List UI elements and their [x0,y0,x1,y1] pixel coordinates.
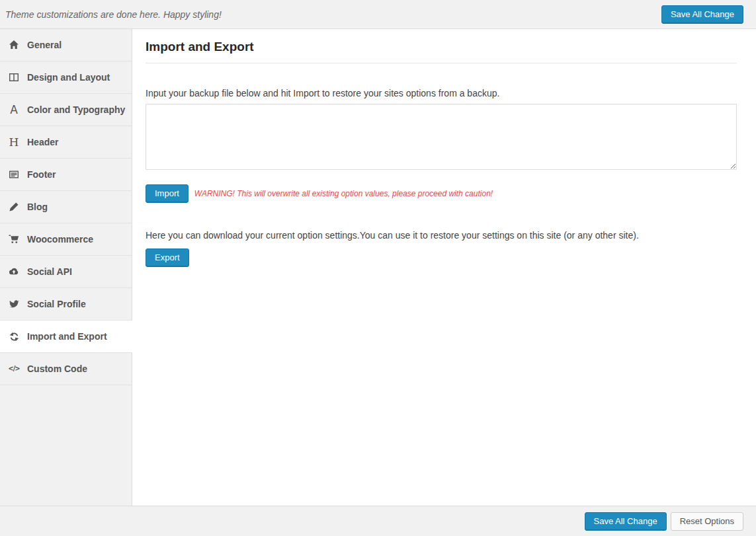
code-icon: </> [8,365,20,372]
save-all-change-button-bottom[interactable]: Save All Change [585,512,667,531]
export-button[interactable]: Export [146,249,189,267]
sidebar-item-general[interactable]: General [0,29,132,61]
sidebar-item-footer[interactable]: Footer [0,159,132,191]
font-a-icon: A [8,104,20,116]
reset-options-button[interactable]: Reset Options [671,512,743,531]
sidebar-item-label: General [27,40,62,50]
main-layout: General Design and Layout A Color and Ty… [0,29,756,506]
sidebar-item-woocommerce[interactable]: Woocommerce [0,223,132,256]
save-all-change-button-top[interactable]: Save All Change [661,5,743,24]
sidebar-item-label: Woocommerce [27,234,93,245]
sidebar-item-label: Color and Typography [27,104,125,115]
cart-icon [8,234,20,245]
twitter-icon [8,299,20,309]
sidebar-item-design-and-layout[interactable]: Design and Layout [0,61,132,94]
import-row: Import WARNING! This will overwrite all … [146,184,737,203]
sidebar-item-custom-code[interactable]: </> Custom Code [0,353,132,385]
sidebar-item-import-and-export[interactable]: Import and Export [0,321,132,353]
sidebar-item-label: Footer [27,169,56,180]
sidebar: General Design and Layout A Color and Ty… [0,29,132,506]
cloud-upload-icon [8,266,20,277]
sidebar-item-social-api[interactable]: Social API [0,256,132,288]
pencil-icon [8,202,20,212]
sidebar-filler [0,385,132,506]
theme-message: Theme customizations are done here. Happ… [5,9,222,20]
sidebar-item-social-profile[interactable]: Social Profile [0,288,132,321]
sidebar-item-label: Blog [27,202,48,212]
import-warning-text: WARNING! This will overwrite all existin… [194,189,493,198]
page-title: Import and Export [146,40,737,63]
export-hint-text: Here you can download your current optio… [146,230,737,241]
top-bar: Theme customizations are done here. Happ… [0,0,756,29]
import-button[interactable]: Import [146,184,189,203]
import-backup-textarea[interactable] [146,104,737,170]
sidebar-item-label: Social API [27,266,72,277]
import-hint-text: Input your backup file below and hit Imp… [146,88,737,98]
export-row: Export [146,249,737,267]
sync-icon [8,332,20,342]
sidebar-item-label: Design and Layout [27,72,110,83]
sidebar-item-label: Import and Export [27,331,107,342]
content-panel: Import and Export Input your backup file… [132,29,756,506]
sidebar-item-blog[interactable]: Blog [0,191,132,223]
columns-icon [8,72,20,83]
sidebar-item-label: Custom Code [27,364,87,374]
header-h-icon: H [8,137,20,148]
home-icon [8,40,20,50]
sidebar-item-header[interactable]: H Header [0,126,132,159]
footer-bar: Save All Change Reset Options [0,506,756,536]
sidebar-item-color-and-typography[interactable]: A Color and Typography [0,94,132,126]
sidebar-item-label: Social Profile [27,299,86,309]
sidebar-item-label: Header [27,137,58,147]
footer-list-icon [8,169,20,180]
